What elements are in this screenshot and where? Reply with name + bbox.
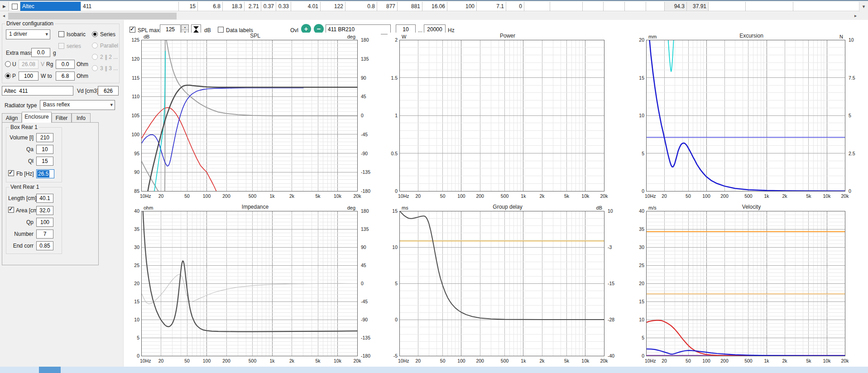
qp-field[interactable]: [36, 218, 53, 227]
svg-text:10k: 10k: [581, 193, 590, 199]
volume-field[interactable]: [36, 133, 53, 142]
rg-unit: Ohm: [77, 61, 88, 67]
table-cell[interactable]: [604, 2, 625, 11]
series-max-spl: [141, 36, 357, 201]
power-radio[interactable]: [5, 73, 11, 79]
table-cell[interactable]: Altec: [20, 2, 81, 11]
scroll-right-icon[interactable]: ▸: [852, 12, 859, 20]
svg-text:1k: 1k: [764, 193, 769, 199]
area-field[interactable]: [36, 206, 53, 215]
table-cell[interactable]: [583, 2, 604, 11]
svg-text:85: 85: [134, 188, 139, 194]
scroll-down-icon[interactable]: ▾: [859, 2, 868, 12]
row-checkbox[interactable]: [12, 4, 18, 10]
radiator-type-select[interactable]: Bass reflex ▾: [40, 100, 115, 110]
table-cell[interactable]: 877: [377, 2, 398, 11]
number-field[interactable]: [36, 230, 53, 239]
voltage-radio[interactable]: [5, 61, 11, 67]
table-cell[interactable]: 881: [398, 2, 422, 11]
svg-text:-3: -3: [608, 244, 612, 250]
qa-field[interactable]: [36, 145, 53, 154]
table-cell[interactable]: [524, 2, 550, 11]
series-radio[interactable]: [92, 31, 98, 37]
svg-text:10k: 10k: [823, 358, 831, 363]
3x3-radio[interactable]: [92, 65, 98, 71]
table-cell[interactable]: [793, 2, 859, 11]
enclosure-tab-panel: Box Rear 1 Volume [l] Qa Ql Fb [Hz] 26.5…: [2, 122, 99, 265]
table-cell[interactable]: [625, 2, 646, 11]
table-cell[interactable]: 0.8: [345, 2, 377, 11]
vd-label: Vd [cm3]: [77, 88, 98, 94]
table-cell[interactable]: 7.1: [477, 2, 506, 11]
fb-checkbox[interactable]: [8, 170, 14, 176]
svg-text:10: 10: [392, 244, 398, 250]
svg-text:10k: 10k: [334, 358, 342, 363]
spin-up-icon[interactable]: ▴: [182, 25, 188, 30]
table-cell[interactable]: 16.06: [422, 2, 447, 11]
parallel-radio[interactable]: [92, 43, 98, 48]
table-cell[interactable]: 0: [506, 2, 524, 11]
fb-field[interactable]: 26.5: [36, 169, 54, 178]
svg-text:5k: 5k: [315, 193, 321, 199]
2x2-radio[interactable]: [92, 54, 98, 60]
svg-text:10Hz: 10Hz: [645, 358, 656, 363]
table-cell[interactable]: 0.37: [261, 2, 276, 11]
table-cell[interactable]: 15: [179, 2, 198, 11]
driver-table-row[interactable]: ▶ Altec411156.818.32.710.370.334.011220.…: [0, 2, 859, 12]
table-cell[interactable]: 100: [447, 2, 477, 11]
extra-mass-unit: g: [53, 50, 56, 56]
table-cell[interactable]: 6.8: [198, 2, 223, 11]
tab-enclosure[interactable]: Enclosure: [22, 112, 52, 123]
svg-text:20: 20: [662, 358, 667, 363]
area-checkbox[interactable]: [8, 207, 14, 213]
table-cell[interactable]: [746, 2, 793, 11]
vd-field[interactable]: [98, 86, 119, 96]
svg-text:50: 50: [686, 193, 691, 199]
endcorr-field[interactable]: [36, 241, 53, 250]
svg-text:mm: mm: [648, 34, 657, 39]
tab-align[interactable]: Align: [2, 113, 22, 123]
table-cell[interactable]: 122: [321, 2, 345, 11]
svg-text:10: 10: [639, 317, 644, 322]
power-field[interactable]: [19, 72, 38, 81]
length-field[interactable]: [36, 194, 53, 203]
table-cell[interactable]: 2.71: [245, 2, 261, 11]
svg-text:5: 5: [137, 335, 139, 340]
svg-text:10k: 10k: [334, 193, 342, 199]
impedance-field[interactable]: [56, 72, 75, 81]
rg-field[interactable]: [56, 60, 75, 69]
table-cell[interactable]: 94.3: [665, 2, 687, 11]
svg-text:135: 135: [361, 226, 369, 232]
driver-count-select[interactable]: 1 driver ▾: [6, 29, 50, 39]
svg-text:2.5: 2.5: [849, 151, 855, 156]
scrollbar-thumb[interactable]: [8, 13, 177, 19]
table-cell[interactable]: 18.3: [223, 2, 245, 11]
spl-max-checkbox[interactable]: [129, 27, 135, 33]
tab-filter[interactable]: Filter: [52, 113, 72, 123]
svg-text:deg: deg: [347, 205, 355, 210]
table-cell[interactable]: 411: [81, 2, 179, 11]
scroll-left-icon[interactable]: ◂: [0, 12, 8, 20]
data-labels-checkbox[interactable]: [218, 27, 224, 33]
voltage-field[interactable]: [19, 60, 38, 69]
svg-text:10Hz: 10Hz: [140, 193, 151, 199]
table-cell[interactable]: 4.01: [291, 2, 321, 11]
driver-name-field[interactable]: [2, 86, 73, 96]
table-cell[interactable]: 37.91: [687, 2, 709, 11]
table-cell[interactable]: [646, 2, 665, 11]
isobaric-checkbox[interactable]: [58, 31, 64, 37]
svg-text:5k: 5k: [564, 193, 570, 199]
extra-mass-field[interactable]: [31, 48, 50, 57]
table-cell[interactable]: [709, 2, 746, 11]
svg-text:10: 10: [608, 208, 613, 214]
ql-field[interactable]: [36, 157, 53, 166]
svg-text:1k: 1k: [269, 358, 275, 363]
svg-text:0: 0: [395, 188, 398, 194]
table-cell[interactable]: 0.33: [276, 2, 291, 11]
svg-text:2k: 2k: [782, 193, 787, 199]
series-checkbox[interactable]: [58, 43, 64, 49]
table-cell[interactable]: [550, 2, 583, 11]
horizontal-scrollbar[interactable]: ◂ ▸: [0, 12, 859, 20]
impedance-unit: Ohm: [77, 73, 88, 79]
tab-info[interactable]: Info: [72, 113, 91, 123]
